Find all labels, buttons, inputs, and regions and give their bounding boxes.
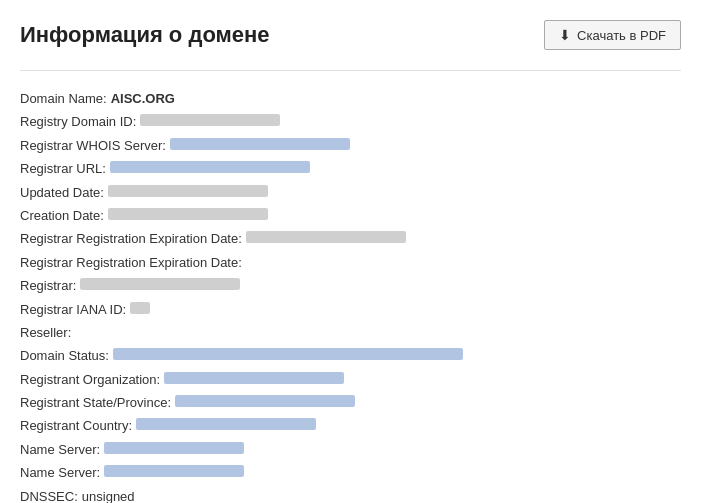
table-row: Registry Domain ID:: [20, 110, 681, 133]
field-label: Name Server:: [20, 461, 100, 484]
field-value-blurred-link: [175, 395, 355, 407]
field-value-blurred-link: [104, 465, 244, 477]
field-label: Registrar Registration Expiration Date:: [20, 251, 242, 274]
field-value-blurred-link: [104, 442, 244, 454]
field-value: unsigned: [82, 485, 135, 503]
field-value-blurred: [80, 278, 240, 290]
table-row: Registrar Registration Expiration Date:: [20, 251, 681, 274]
field-label: Reseller:: [20, 321, 71, 344]
table-row: Updated Date:: [20, 181, 681, 204]
table-row: Registrar URL:: [20, 157, 681, 180]
table-row: Registrar Registration Expiration Date:: [20, 227, 681, 250]
field-label: Registrant Country:: [20, 414, 132, 437]
download-icon: ⬇: [559, 27, 571, 43]
table-row: Domain Name: AISC.ORG: [20, 87, 681, 110]
field-value-blurred: [108, 208, 268, 220]
field-label: DNSSEC:: [20, 485, 78, 503]
field-value-blurred-link: [110, 161, 310, 173]
field-value-blurred: [130, 302, 150, 314]
field-label: Registrar IANA ID:: [20, 298, 126, 321]
field-label: Registry Domain ID:: [20, 110, 136, 133]
field-label: Registrar Registration Expiration Date:: [20, 227, 242, 250]
pdf-button-label: Скачать в PDF: [577, 28, 666, 43]
field-label: Domain Name:: [20, 87, 107, 110]
field-label: Creation Date:: [20, 204, 104, 227]
page-header: Информация о домене ⬇ Скачать в PDF: [20, 20, 681, 50]
field-value-blurred-link: [170, 138, 350, 150]
pdf-download-button[interactable]: ⬇ Скачать в PDF: [544, 20, 681, 50]
header-divider: [20, 70, 681, 71]
table-row: DNSSEC: unsigned: [20, 485, 681, 503]
table-row: Registrar IANA ID:: [20, 298, 681, 321]
table-row: Reseller:: [20, 321, 681, 344]
field-label: Registrant State/Province:: [20, 391, 171, 414]
field-value-blurred: [108, 185, 268, 197]
table-row: Creation Date:: [20, 204, 681, 227]
field-value-blurred: [246, 231, 406, 243]
field-value-blurred-link: [136, 418, 316, 430]
field-label: Updated Date:: [20, 181, 104, 204]
field-label: Registrant Organization:: [20, 368, 160, 391]
field-value-blurred-link: [164, 372, 344, 384]
field-label: Name Server:: [20, 438, 100, 461]
table-row: Name Server:: [20, 438, 681, 461]
field-value-blurred: [140, 114, 280, 126]
table-row: Registrar:: [20, 274, 681, 297]
field-label: Registrar URL:: [20, 157, 106, 180]
field-label: Domain Status:: [20, 344, 109, 367]
table-row: Domain Status:: [20, 344, 681, 367]
table-row: Registrant State/Province:: [20, 391, 681, 414]
field-label: Registrar WHOIS Server:: [20, 134, 166, 157]
table-row: Registrant Country:: [20, 414, 681, 437]
domain-info-table: Domain Name: AISC.ORGRegistry Domain ID:…: [20, 87, 681, 503]
page-title: Информация о домене: [20, 22, 270, 48]
table-row: Registrant Organization:: [20, 368, 681, 391]
field-value: AISC.ORG: [111, 87, 175, 110]
field-label: Registrar:: [20, 274, 76, 297]
field-value-blurred-link: [113, 348, 463, 360]
table-row: Name Server:: [20, 461, 681, 484]
table-row: Registrar WHOIS Server:: [20, 134, 681, 157]
